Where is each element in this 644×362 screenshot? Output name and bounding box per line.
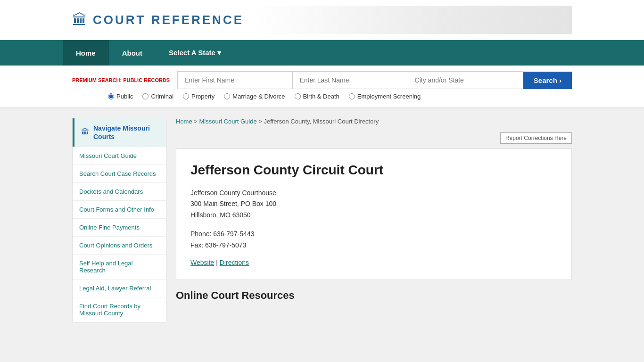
city-state-input[interactable] bbox=[408, 71, 523, 89]
sidebar-header: 🏛 Navigate Missouri Courts bbox=[73, 118, 166, 147]
main-content: 🏛 Navigate Missouri Courts Missouri Cour… bbox=[63, 108, 581, 332]
radio-birth[interactable]: Birth & Death bbox=[295, 93, 339, 100]
search-radio-group: Public Criminal Property Marriage & Divo… bbox=[63, 93, 581, 102]
court-card: Jefferson County Circuit Court Jefferson… bbox=[176, 148, 572, 280]
sidebar-item-find-court-records[interactable]: Find Court Records by Missouri County bbox=[73, 297, 166, 322]
breadcrumb-home[interactable]: Home bbox=[176, 118, 192, 125]
sidebar-item-search-court-records[interactable]: Search Court Case Records bbox=[73, 165, 166, 182]
court-address-line2: 300 Main Street, PO Box 100 bbox=[190, 198, 557, 210]
court-title: Jefferson County Circuit Court bbox=[190, 162, 557, 178]
radio-criminal[interactable]: Criminal bbox=[142, 93, 173, 100]
sidebar-item-online-fine-payments[interactable]: Online Fine Payments bbox=[73, 218, 166, 236]
sidebar-item-missouri-court-guide[interactable]: Missouri Court Guide bbox=[73, 147, 166, 165]
logo-text: COURT REFERENCE bbox=[93, 13, 244, 27]
search-button[interactable]: Search › bbox=[523, 72, 572, 89]
report-corrections-button[interactable]: Report Corrections Here bbox=[500, 132, 572, 144]
sidebar-title: Navigate Missouri Courts bbox=[93, 124, 159, 141]
online-resources-title: Online Court Resources bbox=[176, 289, 572, 302]
logo-icon: 🏛 bbox=[72, 11, 87, 29]
sidebar-item-court-forms[interactable]: Court Forms and Other Info bbox=[73, 200, 166, 218]
court-contact: Phone: 636-797-5443 Fax: 636-797-5073 bbox=[190, 229, 557, 251]
nav-about[interactable]: About bbox=[109, 40, 156, 66]
main-nav: Home About Select A State ▾ bbox=[0, 40, 644, 66]
radio-marriage[interactable]: Marriage & Divorce bbox=[224, 93, 285, 100]
nav-select-state[interactable]: Select A State ▾ bbox=[156, 40, 234, 66]
search-bar: PREMIUM SEARCH: PUBLIC RECORDS Search › … bbox=[0, 66, 644, 108]
logo-area: 🏛 COURT REFERENCE bbox=[72, 11, 244, 29]
court-website-link[interactable]: Website bbox=[190, 259, 214, 266]
sidebar: 🏛 Navigate Missouri Courts Missouri Cour… bbox=[72, 118, 166, 322]
courthouse-icon: 🏛 bbox=[81, 128, 90, 138]
sidebar-item-legal-aid[interactable]: Legal Aid, Lawyer Referral bbox=[73, 279, 166, 297]
sidebar-item-self-help[interactable]: Self Help and Legal Research bbox=[73, 254, 166, 279]
court-links: Website | Directions bbox=[190, 259, 557, 266]
nav-home[interactable]: Home bbox=[63, 40, 109, 66]
breadcrumb-court-guide[interactable]: Missouri Court Guide bbox=[199, 118, 257, 125]
breadcrumb: Home > Missouri Court Guide > Jefferson … bbox=[176, 118, 572, 125]
last-name-input[interactable] bbox=[292, 71, 407, 89]
radio-public[interactable]: Public bbox=[108, 93, 133, 100]
report-corrections-container: Report Corrections Here bbox=[176, 132, 572, 144]
sidebar-item-court-opinions[interactable]: Court Opinions and Orders bbox=[73, 236, 166, 254]
court-address-line3: Hillsboro, MO 63050 bbox=[190, 210, 557, 221]
court-phone: Phone: 636-797-5443 bbox=[190, 229, 557, 240]
premium-label: PREMIUM SEARCH: PUBLIC RECORDS bbox=[72, 77, 170, 83]
breadcrumb-current: Jefferson County, Missouri Court Directo… bbox=[264, 118, 379, 125]
radio-property[interactable]: Property bbox=[183, 93, 215, 100]
court-address: Jefferson County Courthouse 300 Main Str… bbox=[190, 188, 557, 221]
content-area: Home > Missouri Court Guide > Jefferson … bbox=[176, 118, 572, 322]
first-name-input[interactable] bbox=[177, 71, 292, 89]
radio-employment[interactable]: Employment Screening bbox=[349, 93, 421, 100]
court-directions-link[interactable]: Directions bbox=[220, 259, 249, 266]
header-decoration bbox=[253, 6, 572, 34]
court-address-line1: Jefferson County Courthouse bbox=[190, 188, 557, 199]
sidebar-item-dockets[interactable]: Dockets and Calendars bbox=[73, 182, 166, 200]
site-header: 🏛 COURT REFERENCE bbox=[0, 0, 644, 40]
court-fax: Fax: 636-797-5073 bbox=[190, 240, 557, 251]
